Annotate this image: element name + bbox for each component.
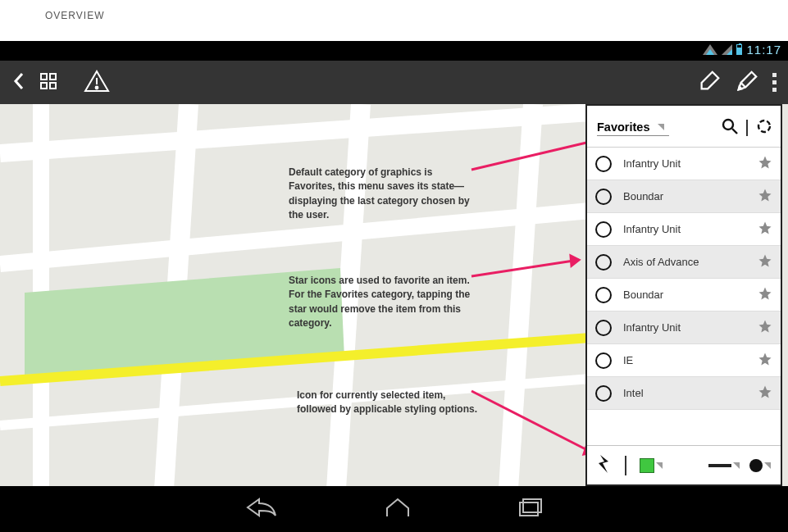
fill-color-picker[interactable] [640, 458, 663, 473]
nav-back-icon[interactable] [246, 497, 277, 521]
svg-line-10 [471, 391, 592, 452]
item-label: Intel [623, 387, 746, 399]
graphics-list[interactable]: Infantry Unit Boundar Infantry Unit Axis… [587, 147, 781, 445]
annotation-selection: Icon for currently selected item, follow… [297, 389, 485, 417]
back-icon[interactable] [11, 70, 26, 95]
svg-rect-2 [41, 83, 47, 89]
android-status-bar: 11:17 [0, 41, 788, 61]
warning-icon[interactable] [84, 69, 110, 97]
symbol-icon [595, 385, 612, 402]
divider [625, 456, 626, 475]
favorite-star-icon[interactable] [758, 155, 772, 173]
symbol-icon [595, 156, 612, 172]
favorite-star-icon[interactable] [758, 253, 772, 271]
nav-recent-icon[interactable] [518, 498, 543, 521]
symbol-icon [595, 254, 612, 271]
selected-symbol-icon[interactable] [597, 453, 612, 478]
list-item[interactable]: Intel [587, 377, 781, 410]
symbol-icon [595, 221, 612, 238]
search-icon[interactable] [722, 118, 738, 138]
item-label: Infantry Unit [623, 223, 746, 235]
symbol-icon [595, 320, 612, 336]
list-item[interactable]: Infantry Unit [587, 311, 781, 344]
svg-point-14 [723, 120, 733, 130]
svg-rect-0 [41, 74, 47, 80]
item-label: Boundar [623, 289, 746, 301]
favorite-star-icon[interactable] [758, 221, 772, 239]
dropdown-icon [764, 462, 771, 469]
item-label: Infantry Unit [623, 157, 746, 170]
dropdown-icon [658, 124, 664, 130]
wifi-icon [703, 44, 717, 55]
svg-point-16 [758, 120, 770, 132]
list-item[interactable]: Boundar [587, 279, 781, 311]
pencil-tool-icon[interactable] [735, 69, 759, 97]
list-item[interactable]: Infantry Unit [587, 213, 781, 246]
clock-text: 11:17 [746, 43, 781, 57]
list-item[interactable]: IE [587, 344, 781, 377]
symbol-icon [595, 189, 612, 205]
app-toolbar [0, 61, 788, 104]
line-swatch-icon [708, 464, 731, 467]
svg-rect-1 [50, 74, 56, 80]
favorite-star-icon[interactable] [758, 319, 772, 337]
signal-icon [722, 44, 732, 55]
item-label: Axis of Advance [623, 256, 746, 268]
overflow-menu-icon[interactable] [772, 72, 777, 93]
favorite-star-icon[interactable] [758, 188, 772, 206]
category-label: Favorites [597, 120, 649, 134]
eraser-tool-icon[interactable] [697, 69, 722, 97]
svg-rect-3 [50, 83, 56, 89]
graphics-panel: Favorites Infantry Unit Boundar Infantry… [585, 104, 782, 486]
dot-swatch-icon [749, 459, 763, 472]
style-footer [587, 445, 781, 484]
point-style-picker[interactable] [749, 459, 771, 472]
favorite-star-icon[interactable] [758, 384, 772, 402]
favorite-star-icon[interactable] [758, 286, 772, 304]
symbol-icon [595, 352, 612, 369]
divider [746, 120, 748, 136]
item-label: Boundar [623, 190, 746, 202]
battery-icon [736, 44, 742, 55]
svg-point-5 [96, 86, 98, 89]
dropdown-icon [733, 462, 740, 469]
annotation-category: Default category of graphics is Favorite… [289, 166, 477, 223]
symbol-icon [595, 287, 612, 303]
list-item[interactable]: Axis of Advance [587, 246, 781, 279]
target-icon[interactable] [756, 118, 772, 138]
doc-tab-overview: OVERVIEW [45, 10, 104, 21]
color-swatch-icon [640, 458, 654, 473]
favorite-star-icon[interactable] [758, 352, 772, 370]
item-label: Infantry Unit [623, 321, 746, 334]
annotation-star: Star icons are used to favorite an item.… [289, 274, 477, 331]
list-item[interactable]: Infantry Unit [587, 148, 781, 180]
dropdown-icon [656, 462, 663, 469]
category-selector[interactable]: Favorites [597, 120, 669, 136]
svg-line-15 [732, 129, 737, 134]
svg-marker-9 [571, 256, 579, 266]
item-label: IE [623, 354, 746, 366]
apps-grid-icon[interactable] [39, 72, 57, 93]
nav-home-icon[interactable] [384, 497, 412, 521]
android-nav-bar [0, 486, 788, 532]
line-style-picker[interactable] [708, 462, 740, 469]
list-item[interactable]: Boundar [587, 180, 781, 213]
